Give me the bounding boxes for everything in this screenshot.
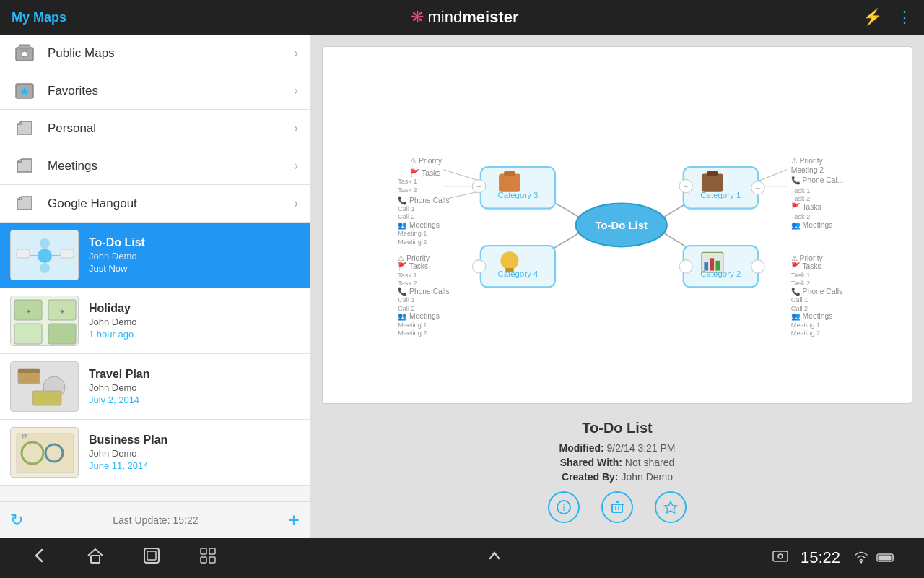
top-bar: My Maps ❋ mindmeister ⚡ ⋮ bbox=[0, 0, 924, 35]
delete-button[interactable] bbox=[601, 491, 633, 523]
svg-rect-24 bbox=[32, 391, 61, 405]
svg-rect-117 bbox=[201, 548, 206, 554]
svg-text:Category 1: Category 1 bbox=[700, 191, 741, 199]
svg-point-42 bbox=[500, 251, 518, 269]
svg-rect-119 bbox=[201, 557, 206, 563]
recents-button[interactable] bbox=[141, 545, 162, 570]
svg-text:📞 Phone Cal...: 📞 Phone Cal... bbox=[791, 176, 844, 185]
svg-text:Meeting 1: Meeting 1 bbox=[791, 322, 820, 329]
map-item-todo[interactable]: To-Do List John Demo Just Now bbox=[0, 223, 310, 288]
svg-text:🚩 Tasks: 🚩 Tasks bbox=[791, 202, 821, 212]
svg-point-123 bbox=[860, 561, 863, 563]
svg-text:i: i bbox=[563, 502, 565, 513]
map-author-holiday: John Demo bbox=[89, 316, 136, 327]
svg-rect-1 bbox=[19, 45, 30, 49]
map-author-todo: John Demo bbox=[89, 251, 145, 262]
svg-text:✈: ✈ bbox=[60, 309, 65, 315]
last-update-text: Last Update: 15:22 bbox=[23, 514, 288, 526]
svg-text:📞 Phone Calls: 📞 Phone Calls bbox=[398, 287, 449, 296]
svg-rect-34 bbox=[499, 173, 520, 191]
svg-text:Category 4: Category 4 bbox=[497, 269, 539, 278]
svg-text:Call 1: Call 1 bbox=[398, 205, 414, 212]
my-maps-title[interactable]: My Maps bbox=[12, 10, 66, 25]
meetings-icon bbox=[12, 153, 38, 179]
svg-text:Call 2: Call 2 bbox=[398, 305, 414, 312]
map-title-todo: To-Do List bbox=[89, 236, 145, 249]
map-thumb-business: 🗺 bbox=[10, 427, 79, 478]
svg-text:To-Do List: To-Do List bbox=[595, 220, 648, 231]
add-map-icon[interactable]: + bbox=[288, 509, 300, 532]
more-options-icon[interactable]: ⋮ bbox=[897, 8, 912, 27]
svg-text:☀: ☀ bbox=[26, 309, 31, 315]
map-item-travel[interactable]: Travel Plan John Demo July 2, 2014 bbox=[0, 354, 310, 420]
map-item-holiday[interactable]: ☀ ✈ Holiday John Demo 1 hour ago bbox=[0, 288, 310, 354]
svg-rect-121 bbox=[773, 551, 788, 561]
sidebar: Public Maps › Favorites › Personal › bbox=[0, 35, 310, 538]
svg-point-122 bbox=[778, 554, 783, 558]
sidebar-item-google-hangout[interactable]: Google Hangout › bbox=[0, 185, 310, 223]
svg-text:Meeting 2: Meeting 2 bbox=[398, 329, 427, 337]
sidebar-item-personal[interactable]: Personal › bbox=[0, 110, 310, 147]
info-button[interactable]: i bbox=[548, 491, 580, 523]
svg-point-12 bbox=[40, 263, 50, 273]
map-list: To-Do List John Demo Just Now ☀ ✈ bbox=[0, 223, 310, 501]
map-author-business: John Demo bbox=[89, 448, 167, 459]
meetings-chevron: › bbox=[294, 158, 298, 173]
svg-text:👥 Meetings: 👥 Meetings bbox=[791, 220, 833, 230]
map-date-holiday: 1 hour ago bbox=[89, 329, 136, 340]
sidebar-item-favorites[interactable]: Favorites › bbox=[0, 72, 310, 110]
svg-text:−: − bbox=[684, 182, 689, 191]
map-thumb-travel bbox=[10, 361, 79, 412]
expand-button[interactable] bbox=[484, 545, 505, 570]
right-panel: To-Do List Category 3 Category 1 bbox=[310, 35, 924, 538]
public-maps-icon bbox=[12, 40, 38, 66]
svg-text:Call 2: Call 2 bbox=[398, 213, 414, 220]
favorite-button[interactable] bbox=[655, 491, 687, 523]
svg-text:👥 Meetings: 👥 Meetings bbox=[791, 311, 833, 321]
back-button[interactable] bbox=[29, 545, 49, 570]
personal-icon bbox=[12, 116, 38, 142]
svg-text:📞 Phone Calls: 📞 Phone Calls bbox=[398, 196, 449, 205]
svg-text:Task 1: Task 1 bbox=[398, 178, 417, 185]
personal-chevron: › bbox=[294, 121, 298, 136]
sidebar-item-meetings[interactable]: Meetings › bbox=[0, 147, 310, 185]
battery-icon bbox=[876, 550, 895, 566]
svg-text:Task 2: Task 2 bbox=[398, 186, 417, 194]
google-hangout-label: Google Hangout bbox=[48, 197, 294, 211]
map-item-business[interactable]: 🗺 Business Plan John Demo June 11, 2014 bbox=[0, 420, 310, 486]
trash-icon bbox=[609, 499, 625, 515]
bottom-nav-right: 15:22 bbox=[772, 548, 895, 569]
svg-rect-39 bbox=[707, 171, 718, 176]
map-created-row: Created By: John Demo bbox=[334, 471, 901, 483]
favorites-label: Favorites bbox=[48, 84, 294, 98]
google-hangout-icon bbox=[12, 191, 38, 217]
meetings-label: Meetings bbox=[48, 159, 294, 173]
home-button[interactable] bbox=[85, 545, 105, 570]
svg-rect-108 bbox=[612, 504, 622, 512]
svg-text:Task 1: Task 1 bbox=[791, 187, 810, 194]
logo-light: mind bbox=[428, 8, 463, 26]
svg-rect-38 bbox=[702, 173, 723, 191]
svg-rect-22 bbox=[18, 369, 40, 373]
svg-rect-118 bbox=[209, 548, 215, 554]
favorites-icon bbox=[12, 78, 38, 104]
map-title-holiday: Holiday bbox=[89, 302, 136, 315]
svg-text:Call 1: Call 1 bbox=[791, 296, 808, 303]
svg-text:⚠ Priority: ⚠ Priority bbox=[410, 157, 443, 165]
svg-text:−: − bbox=[476, 262, 481, 271]
logo-icon: ❋ bbox=[411, 8, 424, 27]
sidebar-item-public-maps[interactable]: Public Maps › bbox=[0, 35, 310, 72]
grid-button[interactable] bbox=[198, 545, 218, 570]
created-value: John Demo bbox=[621, 471, 673, 483]
svg-text:Meeting 1: Meeting 1 bbox=[398, 322, 427, 329]
refresh-icon[interactable]: ↻ bbox=[10, 511, 23, 530]
svg-text:−: − bbox=[684, 262, 689, 271]
map-preview: To-Do List Category 3 Category 1 bbox=[322, 46, 912, 404]
shared-value: Not shared bbox=[625, 457, 674, 468]
lightning-icon[interactable]: ⚡ bbox=[863, 8, 882, 27]
svg-text:Category 3: Category 3 bbox=[497, 191, 538, 199]
created-label: Created By: bbox=[562, 471, 619, 483]
svg-text:⚠ Priority: ⚠ Priority bbox=[791, 157, 824, 165]
sidebar-footer: ↻ Last Update: 15:22 + bbox=[0, 501, 310, 538]
svg-point-6 bbox=[38, 249, 52, 263]
